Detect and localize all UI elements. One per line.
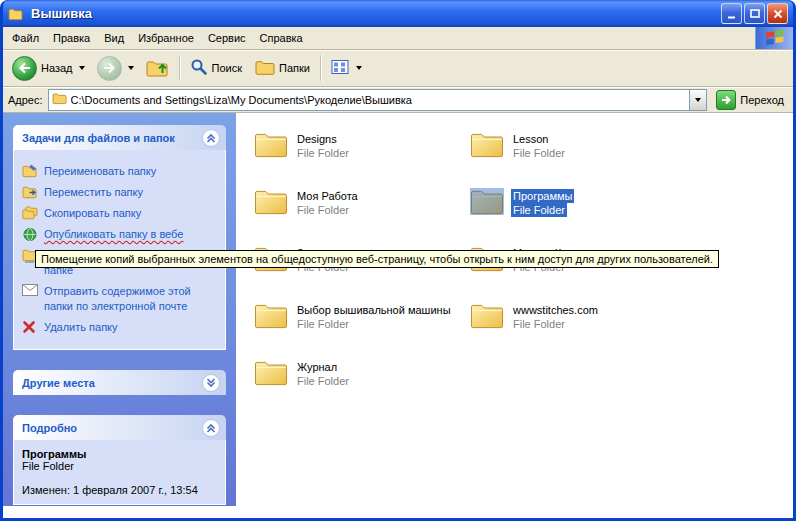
forward-icon — [97, 56, 122, 81]
task-label: Удалить папку — [44, 320, 118, 335]
folders-icon — [254, 58, 275, 78]
file-type: File Folder — [511, 203, 567, 217]
file-type: File Folder — [295, 146, 351, 160]
file-list-area[interactable]: DesignsFile FolderLessonFile FolderМоя Р… — [236, 113, 793, 518]
menu-item-1[interactable]: Правка — [46, 27, 97, 49]
folder-icon — [470, 131, 504, 158]
file-name: Программы — [511, 189, 574, 203]
toolbar-separator — [179, 55, 180, 81]
views-dropdown-caret[interactable] — [356, 66, 362, 70]
file-name: Журнал — [295, 360, 339, 374]
menu-item-4[interactable]: Сервис — [201, 27, 253, 49]
collapse-chevron-icon[interactable] — [202, 419, 220, 437]
back-button[interactable]: Назад — [7, 53, 90, 84]
file-tile[interactable]: Выбор вышивальной машиныFile Folder — [254, 302, 470, 359]
file-tile-text: LessonFile Folder — [511, 131, 567, 160]
details-file-name: Программы — [22, 448, 217, 460]
details-body: Программы File Folder Изменен: 1 февраля… — [13, 440, 226, 505]
content-area: Задачи для файлов и папок Переименовать … — [3, 113, 793, 518]
menu-item-3[interactable]: Избранное — [131, 27, 201, 49]
file-type: File Folder — [511, 146, 567, 160]
folder-icon — [254, 188, 288, 215]
file-tile-text: ПрограммыFile Folder — [511, 188, 574, 217]
other-places-header[interactable]: Другие места — [13, 370, 226, 395]
task-item[interactable]: Удалить папку — [22, 320, 217, 335]
details-panel: Подробно Программы File Folder Изменен: … — [13, 415, 226, 505]
task-pane: Задачи для файлов и папок Переименовать … — [3, 113, 236, 506]
task-item[interactable]: Отправить содержимое этой папки по элект… — [22, 284, 217, 314]
file-tasks-title: Задачи для файлов и папок — [22, 132, 175, 144]
file-tile-text: Выбор вышивальной машиныFile Folder — [295, 302, 453, 331]
expand-chevron-icon[interactable] — [202, 374, 220, 392]
folder-icon — [254, 359, 288, 386]
collapse-chevron-icon[interactable] — [202, 129, 220, 147]
details-header[interactable]: Подробно — [13, 415, 226, 440]
file-name: wwwstitches.com — [511, 303, 600, 317]
menu-item-5[interactable]: Справка — [253, 27, 310, 49]
file-tile[interactable]: wwwstitches.comFile Folder — [470, 302, 686, 359]
address-combo[interactable]: C:\Documents and Settings\Liza\My Docume… — [48, 89, 708, 111]
file-tile[interactable]: LessonFile Folder — [470, 131, 686, 188]
file-name: Lesson — [511, 132, 550, 146]
file-name: Выбор вышивальной машины — [295, 303, 453, 317]
file-tile[interactable]: ПрограммыFile Folder — [470, 188, 686, 245]
details-file-type: File Folder — [22, 460, 217, 472]
search-icon — [190, 58, 208, 78]
file-tasks-panel: Задачи для файлов и папок Переименовать … — [13, 125, 226, 350]
publish-folder-icon — [22, 227, 38, 242]
file-tile[interactable]: Моя РаботаFile Folder — [254, 188, 470, 245]
window-folder-icon — [8, 6, 26, 22]
maximize-button[interactable] — [744, 3, 765, 24]
file-tile[interactable]: ЖурналFile Folder — [254, 359, 470, 416]
menu-item-2[interactable]: Вид — [97, 27, 131, 49]
folders-button[interactable]: Папки — [249, 55, 315, 81]
task-item[interactable]: Переместить папку — [22, 185, 217, 200]
toolbar: Назад Поиск Папки — [3, 50, 793, 87]
task-item[interactable]: Опубликовать папку в вебе — [22, 227, 217, 242]
go-label: Переход — [740, 94, 784, 106]
task-label: Отправить содержимое этой папки по элект… — [44, 284, 217, 314]
task-label: Скопировать папку — [44, 206, 141, 221]
file-tile-text: Моя РаботаFile Folder — [295, 188, 360, 217]
address-input[interactable]: C:\Documents and Settings\Liza\My Docume… — [71, 94, 686, 106]
file-name: Designs — [295, 132, 339, 146]
copy-folder-icon — [22, 206, 38, 221]
folder-icon — [254, 131, 288, 158]
details-title: Подробно — [22, 422, 77, 434]
other-places-title: Другие места — [22, 377, 95, 389]
menubar: ФайлПравкаВидИзбранноеСервисСправка — [3, 27, 793, 50]
file-tile-text: ЖурналFile Folder — [295, 359, 351, 388]
menu-item-0[interactable]: Файл — [5, 27, 46, 49]
forward-button[interactable] — [92, 53, 139, 84]
file-type: File Folder — [295, 317, 351, 331]
address-folder-icon — [52, 92, 67, 107]
file-tile[interactable]: DesignsFile Folder — [254, 131, 470, 188]
views-button[interactable] — [326, 56, 367, 80]
close-button[interactable] — [767, 3, 788, 24]
views-icon — [331, 59, 350, 77]
search-button[interactable]: Поиск — [185, 55, 247, 81]
details-modified: Изменен: 1 февраля 2007 г., 13:54 — [22, 484, 217, 496]
file-type: File Folder — [511, 317, 567, 331]
move-folder-icon — [22, 185, 38, 200]
rename-folder-icon — [22, 164, 38, 179]
go-arrow-icon — [716, 90, 736, 110]
toolbar-separator — [320, 55, 321, 81]
back-dropdown-caret[interactable] — [79, 66, 85, 70]
explorer-window: Вышивка ФайлПравкаВидИзбранноеСервисСпра… — [0, 0, 796, 521]
task-item[interactable]: Скопировать папку — [22, 206, 217, 221]
back-label: Назад — [41, 62, 73, 74]
addressbar: Адрес: C:\Documents and Settings\Liza\My… — [3, 87, 793, 113]
files-grid: DesignsFile FolderLessonFile FolderМоя Р… — [254, 131, 793, 416]
task-label: Переименовать папку — [44, 164, 156, 179]
go-button[interactable]: Переход — [712, 90, 788, 110]
delete-folder-icon — [22, 320, 38, 335]
task-item[interactable]: Переименовать папку — [22, 164, 217, 179]
address-dropdown-button[interactable] — [689, 90, 706, 110]
file-tasks-header[interactable]: Задачи для файлов и папок — [13, 125, 226, 150]
file-name: Моя Работа — [295, 189, 360, 203]
up-button[interactable] — [141, 54, 174, 83]
minimize-button[interactable] — [721, 3, 742, 24]
forward-dropdown-caret[interactable] — [128, 66, 134, 70]
folder-icon — [470, 188, 504, 215]
